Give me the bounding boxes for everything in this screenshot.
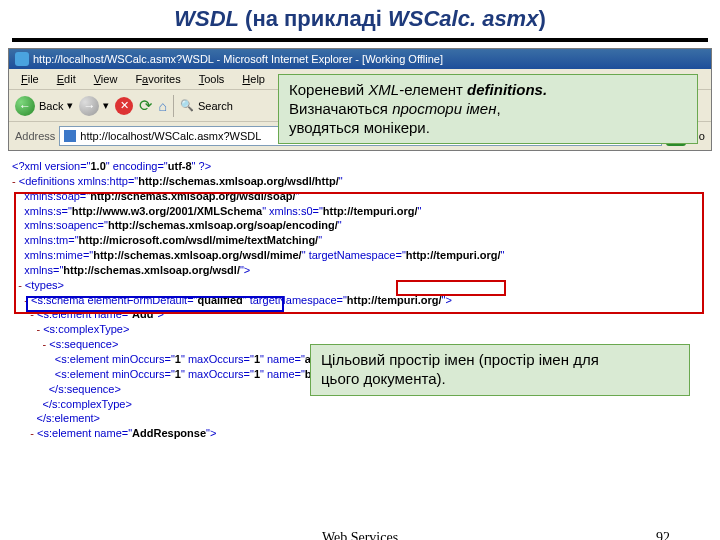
page-number: 92 [656,530,670,540]
window-title: http://localhost/WSCalc.asmx?WSDL - Micr… [33,53,443,65]
c1-c: -елемент [399,81,467,98]
search-label: Search [198,100,233,112]
title-prefix: WSDL [174,6,239,31]
menu-view[interactable]: View [86,71,126,87]
address-value: http://localhost/WSCalc.asmx?WSDL [80,130,261,142]
back-label: Back [39,100,63,112]
back-icon: ← [15,96,35,116]
refresh-icon[interactable]: ⟳ [139,96,152,115]
menu-help[interactable]: Help [234,71,273,87]
home-icon[interactable]: ⌂ [158,98,166,114]
c1-e: Визначаються [289,100,392,117]
separator [173,95,174,117]
menu-file[interactable]: FFileile [13,71,47,87]
menu-edit[interactable]: Edit [49,71,84,87]
menu-favorites[interactable]: Favorites [127,71,188,87]
c1-f: простори імен [392,100,496,117]
page-icon [64,130,76,142]
c1-b: XML [368,81,399,98]
search-icon: 🔍 [180,99,194,112]
callout-targetns: Цільовий простір імен (простір імен для … [310,344,690,396]
title-suffix: WSCalc. asmx [388,6,538,31]
dropdown-icon: ▾ [103,99,109,112]
title-end: ) [538,6,545,31]
title-underline [12,38,708,42]
footer-center: Web Services [322,530,398,540]
c1-d: definitions. [467,81,547,98]
stop-icon[interactable]: ✕ [115,97,133,115]
forward-icon: → [79,96,99,116]
dropdown-icon: ▾ [67,99,73,112]
highlight-targetns [396,280,506,296]
ie-icon [15,52,29,66]
highlight-xmlns [26,296,284,312]
address-label: Address [15,130,55,142]
callout-definitions: Кореневий XML-елемент definitions. Визна… [278,74,698,144]
c1-g: , [496,100,500,117]
back-button[interactable]: ← Back ▾ [15,96,73,116]
c1-h: уводяться монікери. [289,119,430,136]
slide-title: WSDL (на прикладі WSCalc. asmx) [0,6,720,32]
search-button[interactable]: 🔍 Search [180,99,233,112]
title-mid: (на прикладі [239,6,388,31]
c2-b: цього документа). [321,370,446,387]
forward-button[interactable]: → ▾ [79,96,109,116]
c2-a: Цільовий простір імен (простір імен для [321,351,599,368]
titlebar: http://localhost/WSCalc.asmx?WSDL - Micr… [9,49,711,69]
menu-tools[interactable]: Tools [191,71,233,87]
c1-a: Кореневий [289,81,368,98]
